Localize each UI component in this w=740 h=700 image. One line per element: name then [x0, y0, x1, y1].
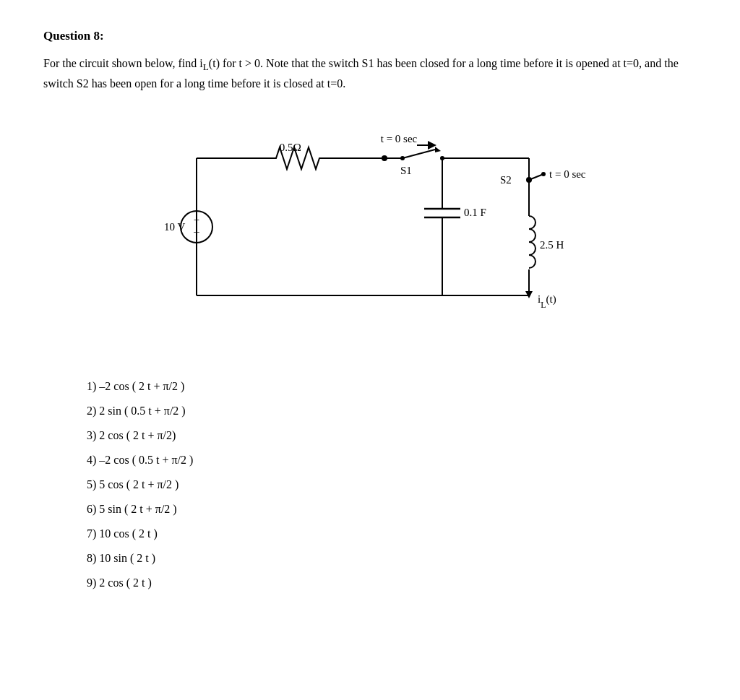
option-2: 2) 2 sin ( 0.5 t + π/2 ) [87, 399, 697, 423]
option-8: 8) 10 sin ( 2 t ) [87, 547, 697, 570]
svg-marker-8 [435, 147, 441, 152]
svg-text:0.1 F: 0.1 F [464, 207, 486, 218]
svg-text:iL(t): iL(t) [538, 293, 556, 310]
option-6: 6) 5 sin ( 2 t + π/2 ) [87, 498, 697, 521]
svg-text:0.5Ω: 0.5Ω [280, 142, 301, 153]
svg-line-23 [529, 174, 543, 180]
answer-list: 1) –2 cos ( 2 t + π/2 ) 2) 2 sin ( 0.5 t… [87, 375, 697, 595]
option-9: 9) 2 cos ( 2 t ) [87, 571, 697, 595]
svg-line-7 [403, 150, 435, 158]
svg-text:2.5 H: 2.5 H [540, 239, 564, 251]
question-title: Question 8: [43, 29, 697, 43]
option-4: 4) –2 cos ( 0.5 t + π/2 ) [87, 449, 697, 472]
option-3: 3) 2 cos ( 2 t + π/2) [87, 424, 697, 447]
option-1: 1) –2 cos ( 2 t + π/2 ) [87, 375, 697, 398]
svg-text:S1: S1 [400, 165, 412, 176]
svg-text:10 V: 10 V [164, 221, 185, 233]
svg-text:S2: S2 [500, 174, 512, 186]
question-text: For the circuit shown below, find iL(t) … [43, 55, 697, 93]
svg-text:+: + [194, 214, 199, 225]
option-7: 7) 10 cos ( 2 t ) [87, 522, 697, 545]
circuit-diagram: .circuit-line { stroke: #000; stroke-wid… [124, 115, 616, 346]
svg-point-24 [541, 172, 546, 176]
svg-text:t = 0 sec: t = 0 sec [381, 133, 418, 144]
svg-text:t = 0 sec: t = 0 sec [549, 168, 586, 180]
svg-text:–: – [193, 225, 199, 237]
option-5: 5) 5 cos ( 2 t + π/2 ) [87, 473, 697, 496]
